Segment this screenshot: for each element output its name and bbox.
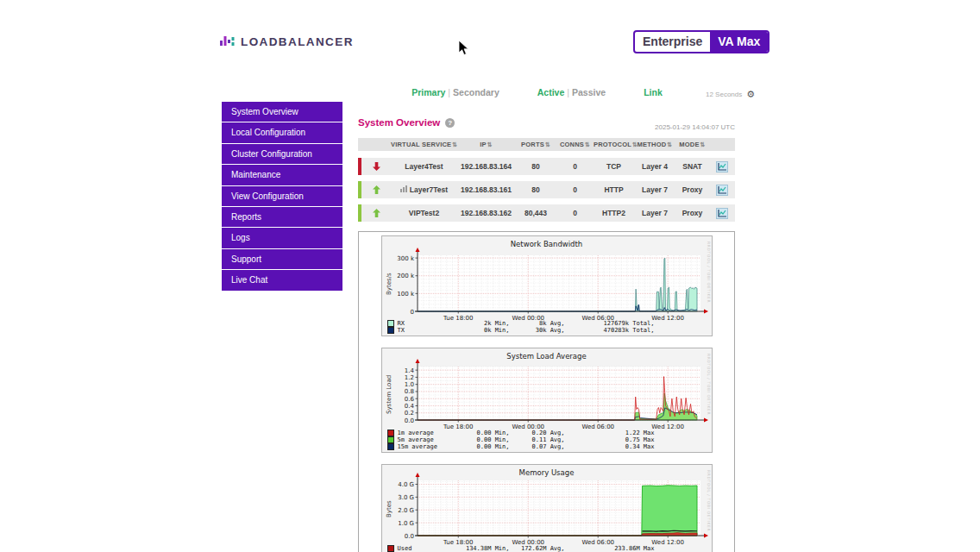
link-status[interactable]: Link — [644, 87, 663, 97]
column-header-ports[interactable]: PORTS⇅ — [515, 141, 556, 148]
legend-row: 1m average0.00 Min,0.20 Avg,1.22 Max — [387, 430, 708, 436]
sort-icon[interactable]: ⇅ — [700, 141, 706, 147]
graphs-panel: 0100 k200 k300 kTue 18:00Wed 00:00Wed 06… — [358, 231, 735, 552]
column-header-ip[interactable]: IP⇅ — [457, 141, 515, 148]
legend-series-name: TX — [398, 327, 462, 334]
vs-name: Layer7Test — [391, 185, 457, 194]
column-header-virtual-service[interactable]: VIRTUAL SERVICE⇅ — [391, 141, 457, 148]
legend-row: TX0k Min,30k Avg,470283k Total, — [387, 327, 708, 334]
vs-ip: 192.168.83.164 — [457, 162, 515, 171]
legend-series-name: 1m average — [398, 430, 462, 436]
vs-conns: 0 — [556, 185, 594, 194]
graph-memory-usage[interactable]: 0.01.0 G2.0 G3.0 G4.0 GTue 18:00Wed 00:0… — [381, 464, 713, 552]
sidebar-item-maintenance[interactable]: Maintenance — [222, 165, 342, 185]
legend-swatch — [387, 430, 394, 436]
ha-role-indicator: Primary|Secondary — [411, 87, 499, 97]
sidebar-item-cluster-configuration[interactable]: Cluster Configuration — [222, 144, 342, 165]
svg-text:1.2: 1.2 — [404, 374, 413, 381]
table-row-layer7test: Layer7Test192.168.83.161800HTTPLayer 7Pr… — [358, 181, 735, 198]
column-header-mode[interactable]: MODE⇅ — [675, 141, 709, 148]
legend-stat: 0.20 Avg, — [510, 430, 565, 436]
legend-swatch — [387, 327, 394, 334]
refresh-interval-label: 12 Seconds — [706, 91, 742, 98]
svg-text:1.0: 1.0 — [404, 381, 413, 388]
ha-state-indicator: Active|Passive — [537, 87, 606, 97]
column-header-method[interactable]: METHOD⇅ — [634, 141, 675, 148]
sidebar-item-logs[interactable]: Logs — [222, 228, 342, 248]
svg-text:100 k: 100 k — [397, 291, 415, 298]
legend-stat: 233.86M Max — [565, 545, 655, 552]
vs-ip: 192.168.83.162 — [457, 209, 515, 217]
column-header-conns[interactable]: CONNS⇅ — [556, 141, 594, 148]
vs-conns: 0 — [556, 162, 594, 171]
role-secondary[interactable]: Secondary — [453, 87, 499, 97]
graph-title: Memory Usage — [382, 468, 712, 477]
sort-icon[interactable]: ⇅ — [667, 141, 672, 147]
row-graph-icon[interactable] — [709, 208, 735, 219]
page-title: System Overview — [358, 117, 440, 128]
sidebar-item-view-configuration[interactable]: View Configuration — [222, 186, 342, 207]
state-passive[interactable]: Passive — [572, 87, 606, 97]
legend-stat: 0.34 Max — [565, 443, 655, 450]
edition-badge-va-max: VA Max — [710, 32, 768, 52]
status-down-arrow-icon — [361, 162, 391, 171]
status-up-arrow-icon — [361, 185, 391, 194]
svg-text:300 k: 300 k — [397, 255, 415, 262]
table-row-viptest2: VIPTest2192.168.83.16280,4430HTTP2Layer … — [358, 204, 735, 222]
legend-series-name: 5m average — [398, 436, 462, 443]
column-header-protocol[interactable]: PROTOCOL⇅ — [594, 141, 634, 148]
graph-title: System Load Average — [382, 352, 712, 361]
sort-icon[interactable]: ⇅ — [545, 141, 550, 147]
svg-text:0.0: 0.0 — [404, 417, 413, 424]
sidebar-item-support[interactable]: Support — [222, 249, 342, 270]
logo-text: LOADBALANCER — [241, 35, 354, 48]
legend-swatch — [387, 436, 394, 443]
graph-title: Network Bandwidth — [382, 240, 712, 248]
legend-series-name: 15m average — [398, 443, 462, 450]
vs-ports: 80 — [515, 162, 556, 171]
server-timestamp: 2025-01-29 14:04:07 UTC — [562, 123, 735, 131]
legend-stat: 0.07 Avg, — [510, 443, 565, 450]
status-bar: Primary|Secondary Active|Passive Link — [358, 87, 716, 97]
state-active[interactable]: Active — [537, 87, 565, 97]
vs-protocol: HTTP — [594, 185, 634, 194]
legend-stat: 0.00 Min, — [462, 436, 510, 443]
svg-text:1.0 G: 1.0 G — [398, 520, 414, 527]
rrdtool-watermark: RRDTOOL / TOBI OETIKER — [707, 470, 711, 531]
app-logo[interactable]: LOADBALANCER — [220, 34, 354, 48]
vs-name: Layer4Test — [391, 162, 457, 171]
y-axis-label: Bytes — [385, 479, 393, 539]
table-row-layer4test: Layer4Test192.168.83.164800TCPLayer 4SNA… — [358, 158, 735, 175]
sort-icon[interactable]: ⇅ — [585, 141, 590, 147]
svg-text:0.2: 0.2 — [404, 410, 413, 417]
svg-text:0.4: 0.4 — [404, 403, 414, 410]
svg-text:200 k: 200 k — [397, 273, 415, 279]
mouse-cursor — [458, 41, 470, 56]
graph-network-bandwidth[interactable]: 0100 k200 k300 kTue 18:00Wed 00:00Wed 06… — [381, 235, 713, 336]
vs-ports: 80 — [515, 185, 556, 194]
help-icon[interactable]: ? — [445, 118, 455, 128]
sidebar-item-local-configuration[interactable]: Local Configuration — [222, 122, 342, 143]
vs-ports: 80,443 — [515, 209, 556, 217]
edition-badge-enterprise: Enterprise — [635, 32, 710, 52]
legend-stat: 470283k Total, — [565, 327, 655, 334]
y-axis-label: Bytes/s — [385, 254, 393, 315]
row-graph-icon[interactable] — [709, 185, 735, 196]
y-axis-label: System Load — [385, 365, 393, 423]
vs-method: Layer 7 — [634, 185, 675, 194]
role-primary[interactable]: Primary — [411, 87, 445, 97]
legend-series-name: RX — [398, 320, 462, 327]
sidebar-item-system-overview[interactable]: System Overview — [222, 102, 342, 122]
sidebar-item-reports[interactable]: Reports — [222, 207, 342, 228]
sidebar-item-live-chat[interactable]: Live Chat — [222, 270, 342, 291]
graph-system-load-average[interactable]: 0.00.20.40.60.81.01.21.4Tue 18:00Wed 00:… — [381, 348, 713, 453]
mini-graph-icon — [400, 185, 407, 194]
graph-legend: RX2k Min,8k Avg,127679k Total,TX0k Min,3… — [387, 320, 708, 334]
svg-text:4.0 G: 4.0 G — [398, 481, 414, 488]
legend-stat: 8k Avg, — [510, 320, 565, 327]
refresh-settings-icon[interactable]: ⚙ — [746, 90, 755, 98]
refresh-control[interactable]: 12 Seconds ⚙ — [706, 90, 755, 98]
sort-icon[interactable]: ⇅ — [487, 141, 493, 147]
vs-ip: 192.168.83.161 — [457, 185, 515, 194]
row-graph-icon[interactable] — [709, 161, 735, 172]
